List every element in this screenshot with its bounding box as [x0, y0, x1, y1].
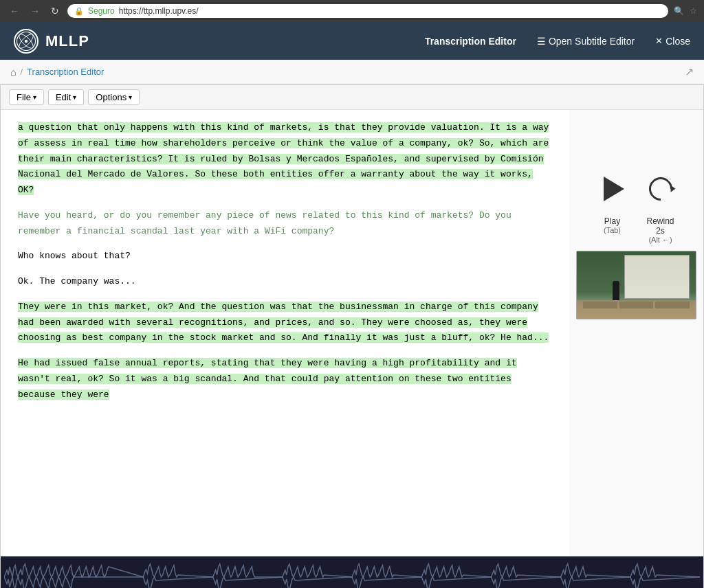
rewind-button[interactable] — [644, 172, 678, 206]
breadcrumb-separator: / — [20, 67, 23, 77]
edit-caret-icon: ▾ — [73, 93, 76, 101]
browser-star-icon: ☆ — [690, 6, 697, 16]
edit-menu-button[interactable]: Edit ▾ — [48, 89, 84, 105]
play-button[interactable] — [595, 172, 630, 206]
transcript-paragraph-1[interactable]: a question that only happens with this k… — [18, 120, 552, 199]
subtitle-editor-icon: ☰ — [537, 36, 546, 47]
control-labels: Play (Tab) Rewind 2s (Alt ←) — [576, 216, 696, 244]
breadcrumb-home-icon[interactable]: ⌂ — [10, 67, 16, 78]
transcript-paragraph-5[interactable]: They were in this market, ok? And the qu… — [18, 299, 552, 346]
rewind-circle-icon — [644, 172, 676, 205]
nav-transcription-editor[interactable]: Transcription Editor — [425, 36, 516, 47]
waveform-svg: // This will be rendered via the SVG bel… — [4, 560, 700, 588]
breadcrumb-current: Transcription Editor — [27, 67, 104, 77]
back-button[interactable]: ← — [7, 4, 22, 18]
address-bar[interactable]: 🔒 Seguro https://ttp.mllp.upv.es/ — [67, 4, 668, 18]
forward-button[interactable]: → — [28, 4, 43, 18]
transcript-paragraph-4[interactable]: Ok. The company was... — [18, 274, 552, 290]
app-logo-text: MLLP — [45, 32, 89, 50]
app-header: MLLP Transcription Editor ☰ Open Subtitl… — [0, 22, 704, 60]
logo-circle — [14, 29, 38, 54]
video-whiteboard — [624, 255, 690, 299]
main-split: a question that only happens with this k… — [1, 110, 703, 556]
options-caret-icon: ▾ — [129, 93, 132, 101]
refresh-button[interactable]: ↻ — [48, 4, 62, 18]
video-thumbnail[interactable] — [576, 251, 696, 319]
editor-wrapper: File ▾ Edit ▾ Options ▾ a question that … — [0, 84, 704, 588]
right-panel: Play (Tab) Rewind 2s (Alt ←) — [569, 110, 703, 556]
nav-close[interactable]: ✕ Close — [655, 36, 690, 47]
nav-open-subtitle-editor[interactable]: ☰ Open Subtitle Editor — [537, 36, 635, 47]
video-desk-row — [583, 302, 690, 308]
play-label: Play (Tab) — [595, 216, 630, 244]
svg-point-3 — [25, 39, 28, 43]
logo-svg — [16, 31, 36, 52]
app-logo: MLLP — [14, 29, 89, 54]
waveform-container[interactable]: // This will be rendered via the SVG bel… — [1, 556, 703, 588]
file-caret-icon: ▾ — [33, 93, 36, 101]
transcript-paragraph-2[interactable]: Have you heard, or do you remember any p… — [18, 208, 552, 240]
file-menu-button[interactable]: File ▾ — [9, 89, 44, 105]
editor-text-panel[interactable]: a question that only happens with this k… — [1, 110, 569, 556]
transcript-paragraph-6[interactable]: He had issued false annual reports, stat… — [18, 356, 552, 403]
security-lock-icon: 🔒 — [74, 7, 84, 16]
url-display: https://ttp.mllp.upv.es/ — [119, 6, 199, 16]
video-figure — [613, 281, 619, 300]
playback-controls — [595, 172, 678, 206]
editor-toolbar: File ▾ Edit ▾ Options ▾ — [1, 85, 703, 110]
rewind-label: Rewind 2s (Alt ←) — [644, 216, 678, 244]
highlighted-text-1: a question that only happens with this k… — [18, 122, 549, 195]
app-nav: Transcription Editor ☰ Open Subtitle Edi… — [425, 36, 690, 47]
play-triangle-icon — [604, 177, 624, 201]
options-menu-button[interactable]: Options ▾ — [88, 89, 140, 105]
breadcrumb-bar: ⌂ / Transcription Editor ↗ — [0, 60, 704, 84]
video-scene — [577, 251, 696, 319]
highlighted-text-5: They were in this market, ok? And the qu… — [18, 302, 549, 343]
transcript-paragraph-3[interactable]: Who knows about that? — [18, 249, 552, 264]
highlighted-text-6: He had issued false annual reports, stat… — [18, 358, 517, 400]
security-label: Seguro — [88, 6, 115, 16]
close-icon: ✕ — [655, 36, 663, 46]
browser-search-icon: 🔍 — [674, 6, 684, 16]
expand-icon[interactable]: ↗ — [685, 65, 694, 78]
